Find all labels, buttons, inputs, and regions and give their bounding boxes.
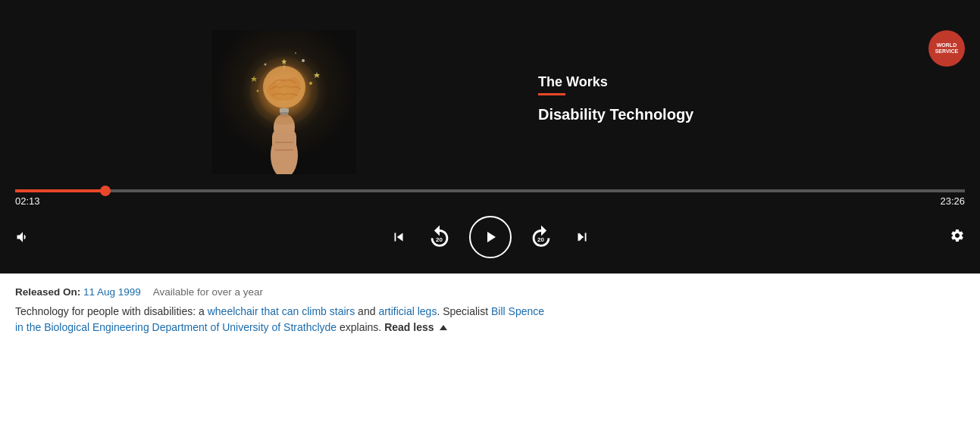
read-less-label: Read less [384,320,434,336]
progress-section: 02:13 23:26 [0,189,980,207]
desc-link-wheelchair[interactable]: wheelchair that can climb stairs [208,305,355,317]
album-art [212,30,356,174]
progress-filled [15,189,105,192]
media-player: The Works Disability Technology WORLDSER… [0,0,980,273]
release-date[interactable]: 11 Aug 1999 [83,286,141,298]
episode-title: Disability Technology [538,106,694,123]
replay-forward-number: 20 [537,236,544,242]
available-text: Available for over a year [153,286,263,298]
read-less-button[interactable]: Read less [384,320,446,336]
collapse-icon [440,325,447,330]
play-icon [481,228,499,246]
skip-back-button[interactable] [387,226,410,248]
description-text: Technology for people with disabilities:… [15,305,544,333]
settings-icon [950,228,965,243]
description: Technology for people with disabilities:… [15,304,546,336]
badge-text: WORLDSERVICE [935,42,959,54]
replay-back-number: 20 [436,236,443,242]
progress-bar[interactable] [15,189,965,192]
replay-forward-button[interactable]: 20 [525,221,557,253]
progress-thumb [100,186,111,196]
settings-button[interactable] [950,228,965,247]
play-button[interactable] [469,216,512,258]
show-title: The Works [538,74,694,90]
volume-control[interactable] [15,229,30,245]
current-time: 02:13 [15,195,40,207]
skip-forward-button[interactable] [571,226,593,248]
track-info: The Works Disability Technology [538,67,694,123]
skip-back-icon [390,229,407,245]
world-service-badge: WORLDSERVICE [928,30,965,67]
total-time: 23:26 [940,195,965,207]
show-title-underline [538,93,565,95]
release-line: Released On: 11 Aug 1999 Available for o… [15,286,965,298]
replay-back-button[interactable]: 20 [424,221,456,253]
svg-rect-21 [212,30,356,174]
controls-center: 20 20 [387,216,593,258]
volume-icon [15,229,30,245]
skip-forward-icon [574,229,590,245]
player-top-area: The Works Disability Technology WORLDSER… [0,15,980,182]
release-label: Released On: [15,286,80,298]
desc-link-legs[interactable]: artificial legs [378,305,437,317]
info-section: Released On: 11 Aug 1999 Available for o… [0,273,980,351]
controls-section: 20 20 [0,207,980,273]
time-display: 02:13 23:26 [15,195,965,207]
